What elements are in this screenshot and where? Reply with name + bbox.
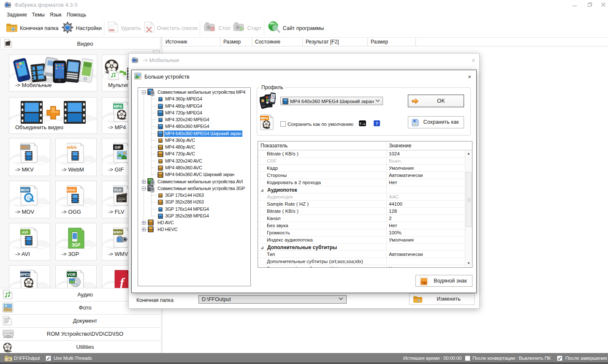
- property-row-crf[interactable]: CRFВыкл.: [258, 158, 465, 165]
- tree-item-label[interactable]: Совместимые мобильные устройства MP4: [157, 89, 246, 95]
- list-column-3[interactable]: Состояние: [252, 38, 303, 46]
- format-tile-объединить-видео[interactable]: Объединить видео: [9, 97, 97, 134]
- tree-item-label[interactable]: MP4 320x240 AVC: [164, 158, 203, 164]
- multi-threads-checkbox[interactable]: ✓: [46, 356, 51, 361]
- tree-item-совместимые-мобильные-устройства-mp4[interactable]: Совместимые мобильные устройства MP4: [138, 89, 250, 96]
- ok-button[interactable]: OK: [408, 95, 464, 107]
- list-column-2[interactable]: Размер: [220, 38, 252, 46]
- tree-item-label[interactable]: 3GP 352x288 H263: [164, 199, 205, 205]
- tree-item-mp4-640x360-avc-широкий-экран[interactable]: MP4 640x360 AVC Широкий экран: [138, 171, 250, 178]
- tree-item-label[interactable]: MP4 360p MPEG4: [164, 96, 203, 102]
- tree-item-3gp-352x288-mpeg4[interactable]: 3GP 352x288 MPEG4: [138, 212, 250, 220]
- property-row-тип[interactable]: ТипАвтоматически: [258, 251, 465, 258]
- property-row-размер-шрифта-субтитров-[interactable]: Размер шрифта субтитров ( % )Умолчания: [258, 265, 465, 268]
- format-tile-mkv[interactable]: MKV-> MKV: [9, 138, 50, 176]
- tree-item-label[interactable]: MP4 320x240 MPEG4: [164, 117, 210, 123]
- tree-item-mp4-360p-mpeg4[interactable]: MP4 360p MPEG4: [138, 95, 250, 103]
- format-tile-webm[interactable]: webm-> WebM: [55, 138, 97, 176]
- menu-item-2[interactable]: Темы: [32, 11, 45, 19]
- command-line-icon[interactable]: C:\: [359, 120, 366, 128]
- tree-item-label[interactable]: 3GP 176x144 MPEG4: [164, 206, 210, 212]
- tree-item-mp4-480x360-avc[interactable]: MP4 480x360 AVC: [138, 164, 250, 171]
- toolbar-button-конечная-папка[interactable]: Конечная папка: [6, 22, 58, 35]
- scroll-down-icon[interactable]: ▼: [465, 260, 472, 267]
- tree-item-mp4-720p-avc[interactable]: MP4 720p AVC: [138, 150, 250, 158]
- watermark-button[interactable]: Водяной знак: [415, 275, 472, 287]
- tree-item-label[interactable]: MP4 360p AVC: [164, 137, 196, 144]
- category-bar-rom-устройство-dvd-cd-iso[interactable]: ROM Устройство\DVD\CD\ISO: [0, 327, 161, 340]
- tree-collapse-icon[interactable]: [142, 90, 146, 94]
- tree-expand-icon[interactable]: [142, 228, 146, 231]
- property-section-дополнительные-субтитры[interactable]: Дополнительные субтитры: [258, 244, 465, 251]
- minimize-button[interactable]: [568, 0, 581, 9]
- format-tile-3gp[interactable]: 3GP-> 3GP: [55, 223, 97, 261]
- close-button[interactable]: [597, 0, 608, 9]
- property-row-sample-rate-hz-[interactable]: Sample Rate ( HZ )44100: [258, 201, 465, 208]
- tree-item-3gp-176x144-h263[interactable]: 3GP 176x144 H263: [138, 192, 250, 199]
- help-icon[interactable]: ?: [374, 120, 380, 128]
- category-bar-video[interactable]: Видео: [0, 37, 160, 49]
- menu-item-4[interactable]: Помощь: [67, 11, 86, 19]
- table-scrollbar[interactable]: ▲ ▼: [465, 150, 472, 267]
- devices-dialog-close-button[interactable]: ×: [465, 73, 474, 81]
- tree-item-mp4-480x360-mpeg4[interactable]: MP4 480x360 MPEG4: [138, 123, 250, 130]
- tree-item-mp4-480p-mpeg4[interactable]: MP4 480p MPEG4: [138, 103, 250, 110]
- property-row-громкость[interactable]: Громкость100%: [258, 229, 465, 236]
- tree-expand-icon[interactable]: [142, 180, 146, 184]
- tree-item-label[interactable]: MP4 480p MPEG4: [164, 103, 203, 109]
- tree-item-mp4-720p-mpeg4[interactable]: MP4 720p MPEG4: [138, 109, 250, 117]
- format-tile-мобильные[interactable]: -> Мобильные: [9, 54, 97, 92]
- tree-item-mp4-480p-avc[interactable]: MP4 480p AVC: [138, 144, 250, 151]
- tree-collapse-icon[interactable]: [142, 187, 146, 190]
- format-tile-mov[interactable]: MOV-> MOV: [9, 181, 50, 218]
- save-as-button[interactable]: Сохранить как: [408, 116, 464, 128]
- output-folder-combobox[interactable]: D:\FFOutput: [198, 295, 347, 304]
- property-row-канал[interactable]: Канал2: [258, 215, 465, 222]
- tree-item-mp4-320x240-mpeg4[interactable]: MP4 320x240 MPEG4: [138, 116, 250, 123]
- property-row-кадр[interactable]: КадрУмолчания: [258, 165, 465, 172]
- format-tile-ogg[interactable]: OGG-> OGG: [55, 181, 97, 218]
- change-folder-button[interactable]: Изменить: [409, 293, 475, 305]
- tree-item-совместимые-мобильные-устройства-avi[interactable]: Совместимые мобильные устройства AVI: [138, 178, 250, 185]
- tree-item-mp4-640x360-mpeg4-широкий-экран[interactable]: MP4 640x360 MPEG4 Широкий экран: [138, 130, 250, 137]
- list-column-1[interactable]: Источник: [163, 38, 220, 46]
- tree-item-label[interactable]: HD HEVC: [157, 226, 178, 233]
- section-collapse-icon[interactable]: [261, 246, 263, 249]
- category-bar-документ[interactable]: Документ: [0, 314, 161, 327]
- property-row-аудиокодек[interactable]: АудиокодекAAC: [258, 193, 465, 201]
- tree-item-3gp-352x288-h263[interactable]: 3GP 352x288 H263: [138, 198, 250, 206]
- property-section-аудиопоток[interactable]: Аудиопоток: [258, 186, 465, 193]
- property-row-bitrate-kb-s-[interactable]: Bitrate ( KB/s )128: [258, 208, 465, 215]
- tree-item-label[interactable]: MP4 480x360 MPEG4: [164, 123, 210, 130]
- section-collapse-icon[interactable]: [261, 189, 263, 192]
- after-done-checkbox[interactable]: ✓: [557, 356, 562, 361]
- list-column-5[interactable]: Размер: [368, 38, 416, 46]
- property-row-индекс-аудиопотока[interactable]: Индекс аудиопотокаУмолчания: [258, 236, 465, 244]
- tree-item-mp4-320x240-avc[interactable]: MP4 320x240 AVC: [138, 158, 250, 165]
- format-tile-avi[interactable]: AVI-> AVI: [9, 223, 50, 261]
- tree-item-hd-avc[interactable]: HD AVC: [138, 219, 250, 226]
- category-bar-utilities[interactable]: Utilities: [0, 340, 161, 353]
- list-column-4[interactable]: Результат [F2]: [303, 38, 368, 46]
- tree-item-label[interactable]: MP4 720p AVC: [164, 151, 196, 157]
- tree-item-3gp-176x144-mpeg4[interactable]: 3GP 176x144 MPEG4: [138, 206, 250, 213]
- statusbar-output-folder[interactable]: D:\FFOutput: [14, 356, 40, 361]
- after-convert-checkbox[interactable]: [465, 356, 470, 361]
- property-row-дополнительные-субтитры-srt-ass-ssa-idx-[interactable]: Дополнительные субтитры (srt;ass;ssa;idx…: [258, 258, 465, 265]
- property-row-стороны[interactable]: СтороныАвтоматически: [258, 172, 465, 179]
- tree-expand-icon[interactable]: [142, 221, 146, 225]
- tree-item-label[interactable]: Совместимые мобильные устройства 3GP: [157, 185, 246, 192]
- maximize-button[interactable]: [584, 0, 596, 9]
- property-row-bitrate-kb-s-[interactable]: Bitrate ( KB/s )1024: [258, 150, 465, 158]
- toolbar-button-сайт-программы[interactable]: Сайт программы: [268, 21, 324, 35]
- tree-item-label[interactable]: 3GP 176x144 H263: [164, 192, 205, 198]
- tree-item-совместимые-мобильные-устройства-3gp[interactable]: Совместимые мобильные устройства 3GP: [138, 185, 250, 192]
- tree-item-hd-hevc[interactable]: HD HEVC: [138, 226, 250, 233]
- tree-item-label[interactable]: MP4 480p AVC: [164, 144, 196, 150]
- toolbar-button-настройки[interactable]: Настройки: [62, 22, 101, 35]
- scrollbar-thumb[interactable]: [466, 172, 472, 227]
- scroll-up-icon[interactable]: ▲: [465, 150, 472, 158]
- save-default-checkbox[interactable]: [280, 121, 286, 127]
- tree-item-label[interactable]: MP4 640x360 MPEG4 Широкий экран: [164, 130, 242, 137]
- tree-item-label[interactable]: MP4 720p MPEG4: [164, 110, 203, 116]
